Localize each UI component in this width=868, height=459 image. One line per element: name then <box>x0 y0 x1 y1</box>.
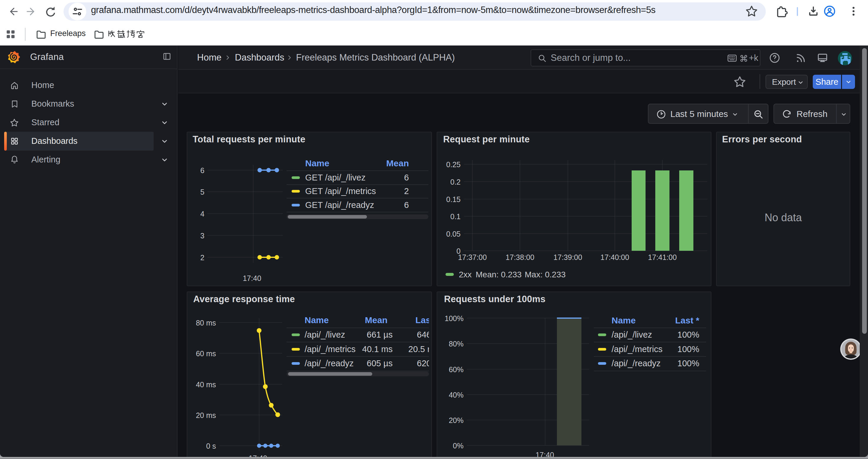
svg-text:6: 6 <box>200 166 205 174</box>
svg-text:17:38:00: 17:38:00 <box>505 253 534 261</box>
svg-text:60%: 60% <box>449 365 464 374</box>
svg-text:0.05: 0.05 <box>446 230 461 238</box>
svg-text:17:40: 17:40 <box>243 274 261 282</box>
svg-text:40%: 40% <box>449 391 464 399</box>
svg-text:5: 5 <box>200 188 205 196</box>
svg-text:2xx: 2xx <box>459 270 472 279</box>
svg-text:20%: 20% <box>449 416 464 424</box>
svg-text:0.25: 0.25 <box>446 160 461 169</box>
svg-text:Mean: 0.233: Mean: 0.233 <box>476 270 522 279</box>
svg-text:4: 4 <box>200 210 205 218</box>
svg-text:17:39:00: 17:39:00 <box>553 253 582 261</box>
svg-text:17:40:00: 17:40:00 <box>600 253 629 261</box>
svg-text:Max: 0.233: Max: 0.233 <box>525 270 566 279</box>
svg-text:0.2: 0.2 <box>450 178 461 186</box>
svg-text:80%: 80% <box>449 340 464 348</box>
svg-text:100%: 100% <box>445 314 464 323</box>
svg-text:0.1: 0.1 <box>450 212 461 221</box>
svg-text:17:37:00: 17:37:00 <box>458 253 487 261</box>
svg-text:0.15: 0.15 <box>446 195 461 203</box>
svg-text:17:41:00: 17:41:00 <box>648 253 677 261</box>
svg-text:3: 3 <box>200 232 205 240</box>
svg-text:0%: 0% <box>453 441 464 450</box>
svg-text:2: 2 <box>200 254 205 262</box>
